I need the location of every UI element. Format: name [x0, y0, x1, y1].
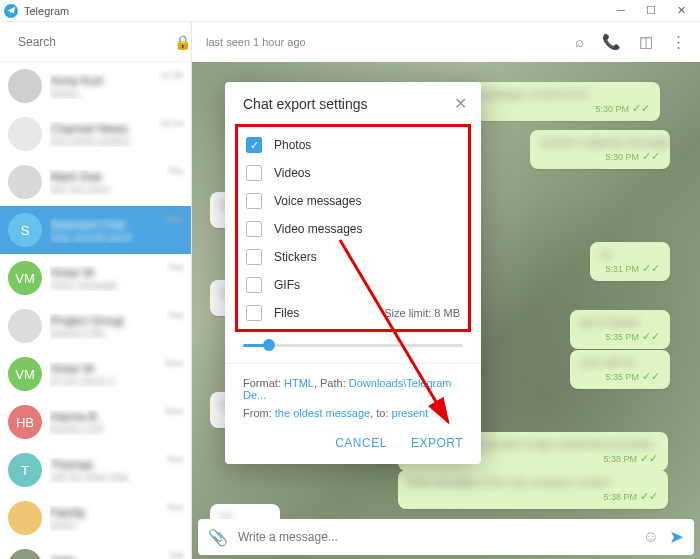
chat-list-item[interactable]: Johnyep exactly Sat	[0, 542, 191, 559]
checkbox[interactable]	[246, 277, 262, 293]
cancel-button[interactable]: CANCEL	[335, 436, 387, 450]
more-icon[interactable]: ⋮	[671, 33, 686, 51]
attach-icon[interactable]: 📎	[208, 528, 228, 547]
titlebar: Telegram ─ ☐ ✕	[0, 0, 700, 22]
format-link[interactable]: HTML	[284, 377, 314, 389]
telegram-icon	[4, 4, 18, 18]
outgoing-message: sure will do5:35 PM✓✓	[570, 350, 670, 389]
minimize-button[interactable]: ─	[606, 4, 636, 17]
modal-title: Chat export settings	[225, 96, 481, 124]
avatar	[8, 117, 42, 151]
avatar	[8, 165, 42, 199]
export-option-voice-messages[interactable]: Voice messages	[244, 187, 462, 215]
outgoing-message: ok5:31 PM✓✓	[590, 242, 670, 281]
checkbox[interactable]	[246, 221, 262, 237]
call-icon[interactable]: 📞	[602, 33, 621, 51]
option-label: Video messages	[274, 222, 363, 236]
chat-list-item[interactable]: HB Hanna Bthanks a lot! Mon	[0, 398, 191, 446]
chat-list-item[interactable]: S Selected Chatokay sounds good Wed	[0, 206, 191, 254]
compose-bar: 📎 ☺ ➤	[198, 519, 694, 555]
export-option-videos[interactable]: Videos	[244, 159, 462, 187]
chat-list-item[interactable]: T Thomascall me when free Sun	[0, 446, 191, 494]
export-option-files[interactable]: FilesSize limit: 8 MB	[244, 299, 462, 327]
avatar	[8, 549, 42, 559]
avatar: HB	[8, 405, 42, 439]
message-input[interactable]	[238, 530, 633, 544]
send-button[interactable]: ➤	[669, 526, 684, 548]
to-link[interactable]: present	[392, 407, 429, 419]
export-option-video-messages[interactable]: Video messages	[244, 215, 462, 243]
checkbox[interactable]	[246, 165, 262, 181]
avatar: T	[8, 453, 42, 487]
chat-list-item[interactable]: Channel Newsnew photo posted 10:14	[0, 110, 191, 158]
close-icon[interactable]: ✕	[454, 94, 467, 113]
outgoing-message: another outgoing message line5:30 PM✓✓	[530, 130, 670, 169]
avatar	[8, 69, 42, 103]
highlighted-options: ✓PhotosVideosVoice messagesVideo message…	[235, 124, 471, 332]
avatar: VM	[8, 357, 42, 391]
avatar: VM	[8, 261, 42, 295]
format-row: Format: HTML, Path: Downloads\Telegram D…	[225, 374, 481, 404]
export-option-gifs[interactable]: GIFs	[244, 271, 462, 299]
window-title: Telegram	[24, 5, 69, 17]
chat-status: last seen 1 hour ago	[206, 36, 306, 48]
close-button[interactable]: ✕	[666, 4, 696, 17]
range-row: From: the oldest message, to: present	[225, 404, 481, 422]
search-icon[interactable]: ⌕	[575, 33, 584, 51]
chat-list-item[interactable]: Familyphoto Sun	[0, 494, 191, 542]
emoji-icon[interactable]: ☺	[643, 528, 659, 546]
sidepanel-icon[interactable]: ◫	[639, 33, 653, 51]
lock-icon[interactable]: 🔒	[174, 34, 191, 50]
outgoing-message: final message of the day example content…	[398, 470, 668, 509]
export-button[interactable]: EXPORT	[411, 436, 463, 450]
chat-list: Anna Kurttyping... 11:30 Channel Newsnew…	[0, 62, 191, 559]
from-link[interactable]: the oldest message	[275, 407, 370, 419]
chat-list-item[interactable]: Anna Kurttyping... 11:30	[0, 62, 191, 110]
chat-list-item[interactable]: VM Victor Mvoice message Tue	[0, 254, 191, 302]
search-input[interactable]	[18, 35, 168, 49]
size-slider[interactable]	[225, 332, 481, 353]
avatar	[8, 501, 42, 535]
export-option-stickers[interactable]: Stickers	[244, 243, 462, 271]
size-limit-label: Size limit: 8 MB	[384, 307, 460, 319]
option-label: Voice messages	[274, 194, 361, 208]
chat-list-item[interactable]: Project Groupshared a file Tue	[0, 302, 191, 350]
avatar	[8, 309, 42, 343]
sidebar: 🔒 Anna Kurttyping... 11:30 Channel Newsn…	[0, 22, 192, 559]
option-label: Stickers	[274, 250, 317, 264]
checkbox[interactable]	[246, 193, 262, 209]
export-settings-modal: Chat export settings ✕ ✓PhotosVideosVoic…	[225, 82, 481, 464]
checkbox[interactable]	[246, 305, 262, 321]
option-label: Videos	[274, 166, 310, 180]
chat-list-item[interactable]: VM Victor Mlet me check it Mon	[0, 350, 191, 398]
incoming-message: ok5:36 PM	[210, 504, 280, 519]
chat-header: last seen 1 hour ago ⌕ 📞 ◫ ⋮	[192, 22, 700, 62]
maximize-button[interactable]: ☐	[636, 4, 666, 17]
outgoing-message: got it thanks5:35 PM✓✓	[570, 310, 670, 349]
option-label: Files	[274, 306, 299, 320]
option-label: Photos	[274, 138, 311, 152]
chat-list-item[interactable]: Mark Doesee you soon Thu	[0, 158, 191, 206]
checkbox[interactable]	[246, 249, 262, 265]
avatar: S	[8, 213, 42, 247]
option-label: GIFs	[274, 278, 300, 292]
checkbox[interactable]: ✓	[246, 137, 262, 153]
export-option-photos[interactable]: ✓Photos	[244, 131, 462, 159]
